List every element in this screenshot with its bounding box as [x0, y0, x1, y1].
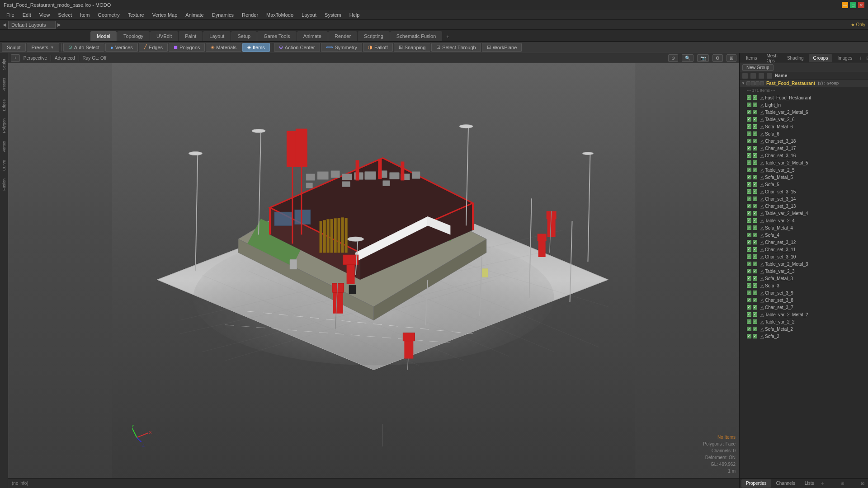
- tab-schematic-fusion[interactable]: Schematic Fusion: [390, 31, 442, 41]
- scene-item[interactable]: △ Char_set_3_14: [740, 195, 868, 202]
- scene-item[interactable]: △ Char_set_3_17: [740, 145, 868, 152]
- item-render-check[interactable]: [753, 269, 757, 273]
- item-render-check[interactable]: [753, 319, 757, 324]
- item-eye-check[interactable]: [747, 117, 751, 122]
- scene-item[interactable]: △ Sofa_Metal_6: [740, 123, 868, 130]
- sidebar-btn-2[interactable]: Presets: [1, 74, 7, 95]
- scene-item[interactable]: △ Sofa_3: [740, 282, 868, 289]
- item-eye-check[interactable]: [747, 131, 751, 136]
- scene-item[interactable]: △ Table_var_2_2: [740, 318, 868, 325]
- minimize-button[interactable]: —: [842, 2, 848, 8]
- polygons-button[interactable]: ◼ Polygons: [169, 43, 205, 52]
- scene-item[interactable]: △ Char_set_3_7: [740, 304, 868, 311]
- item-render-check[interactable]: [753, 240, 757, 244]
- scene-item[interactable]: △ Sofa_Metal_2: [740, 325, 868, 333]
- scene-item[interactable]: △ Char_set_3_8: [740, 296, 868, 304]
- sidebar-btn-6[interactable]: Curve: [1, 156, 7, 174]
- sculpt-button[interactable]: Sculpt: [2, 43, 26, 52]
- tab-topology[interactable]: Topology: [117, 31, 150, 41]
- viewport-3d[interactable]: X Y Z No Items Polygons : Face Channels:…: [8, 63, 739, 478]
- tab-add[interactable]: +: [443, 32, 453, 41]
- menu-item-texture[interactable]: Texture: [124, 11, 148, 19]
- menu-item-item[interactable]: Item: [76, 11, 93, 19]
- item-eye-check[interactable]: [747, 327, 751, 331]
- scene-item[interactable]: △ Char_set_3_9: [740, 289, 868, 296]
- item-eye-check[interactable]: [747, 95, 751, 100]
- scene-item[interactable]: △ Char_set_3_12: [740, 239, 868, 246]
- item-render-check[interactable]: [753, 146, 757, 150]
- item-eye-check[interactable]: [747, 291, 751, 295]
- tab-animate[interactable]: Animate: [297, 31, 328, 41]
- scene-group-header[interactable]: ▼ Fast_Food_Restaurant (2) : Group: [740, 80, 868, 87]
- right-tab-items[interactable]: Items: [741, 54, 761, 62]
- layout-selector[interactable]: Default Layouts: [8, 21, 56, 29]
- layout-arrow-left[interactable]: ◀: [3, 22, 6, 27]
- menu-item-layout[interactable]: Layout: [298, 11, 320, 19]
- item-render-check[interactable]: [753, 233, 757, 237]
- right-tab-groups[interactable]: Groups: [809, 54, 833, 62]
- bottom-tab-channels[interactable]: Channels: [772, 479, 800, 488]
- item-eye-check[interactable]: [747, 197, 751, 201]
- item-eye-check[interactable]: [747, 204, 751, 208]
- item-eye-check[interactable]: [747, 189, 751, 194]
- scene-item[interactable]: △ Char_set_3_18: [740, 137, 868, 145]
- tab-render[interactable]: Render: [328, 31, 357, 41]
- scene-item[interactable]: △ Sofa_2: [740, 333, 868, 340]
- sidebar-btn-1[interactable]: Sculpt: [1, 55, 7, 74]
- action-center-button[interactable]: ⊕ Action Center: [274, 43, 320, 52]
- bottom-tab-lists[interactable]: Lists: [800, 479, 819, 488]
- item-render-check[interactable]: [753, 218, 757, 223]
- item-render-check[interactable]: [753, 197, 757, 201]
- scene-item[interactable]: △ Table_var_2_Metal_2: [740, 311, 868, 318]
- viewport-zoom-btn[interactable]: 🔍: [682, 54, 693, 62]
- scene-item[interactable]: △ Table_var_2_6: [740, 116, 868, 123]
- scene-item[interactable]: △ Char_set_3_15: [740, 188, 868, 195]
- menu-item-animate[interactable]: Animate: [182, 11, 207, 19]
- item-render-check[interactable]: [753, 153, 757, 158]
- item-render-check[interactable]: [753, 254, 757, 259]
- tab-model[interactable]: Model: [90, 31, 117, 41]
- auto-select-button[interactable]: ⊙ Auto Select: [63, 43, 104, 52]
- sidebar-btn-3[interactable]: Edges: [1, 96, 7, 115]
- vertices-button[interactable]: ● Vertices: [105, 43, 138, 52]
- menu-item-geometry[interactable]: Geometry: [94, 11, 123, 19]
- menu-item-dynamics[interactable]: Dynamics: [208, 11, 237, 19]
- item-render-check[interactable]: [753, 305, 757, 310]
- menu-item-file[interactable]: File: [3, 11, 18, 19]
- right-panel-expand[interactable]: ⊞: [864, 56, 868, 61]
- item-render-check[interactable]: [753, 175, 757, 179]
- snapping-button[interactable]: ⊞ Snapping: [394, 43, 431, 52]
- bottom-panel-detach[interactable]: ⊠: [859, 481, 866, 486]
- scene-item[interactable]: △ Sofa_Metal_3: [740, 275, 868, 282]
- item-render-check[interactable]: [753, 110, 757, 114]
- menu-item-edit[interactable]: Edit: [19, 11, 35, 19]
- scene-item[interactable]: △ Char_set_3_10: [740, 253, 868, 260]
- item-eye-check[interactable]: [747, 269, 751, 273]
- item-eye-check[interactable]: [747, 225, 751, 230]
- item-eye-check[interactable]: [747, 110, 751, 114]
- scene-item[interactable]: △ Table_var_2_4: [740, 217, 868, 224]
- scene-item[interactable]: △ Char_set_3_13: [740, 202, 868, 210]
- tab-uvedit[interactable]: UVEdit: [150, 31, 178, 41]
- item-render-check[interactable]: [753, 283, 757, 288]
- scene-item[interactable]: △ Table_var_2_Metal_4: [740, 210, 868, 217]
- item-render-check[interactable]: [753, 117, 757, 122]
- item-render-check[interactable]: [753, 124, 757, 129]
- sidebar-btn-5[interactable]: Vertex: [1, 137, 7, 156]
- edges-button[interactable]: ╱ Edges: [139, 43, 168, 52]
- item-eye-check[interactable]: [747, 262, 751, 266]
- close-button[interactable]: ✕: [858, 2, 864, 8]
- item-eye-check[interactable]: [747, 160, 751, 165]
- item-eye-check[interactable]: [747, 218, 751, 223]
- item-eye-check[interactable]: [747, 153, 751, 158]
- item-eye-check[interactable]: [747, 312, 751, 317]
- scene-item[interactable]: △ Table_var_2_5: [740, 166, 868, 174]
- item-render-check[interactable]: [753, 139, 757, 143]
- items-button[interactable]: ◈ Items: [242, 43, 270, 52]
- item-eye-check[interactable]: [747, 247, 751, 252]
- select-through-button[interactable]: ⊡ Select Through: [431, 43, 481, 52]
- item-render-check[interactable]: [753, 189, 757, 194]
- item-eye-check[interactable]: [747, 168, 751, 172]
- sidebar-btn-7[interactable]: Fusion: [1, 175, 7, 194]
- bottom-tab-properties[interactable]: Properties: [741, 479, 771, 488]
